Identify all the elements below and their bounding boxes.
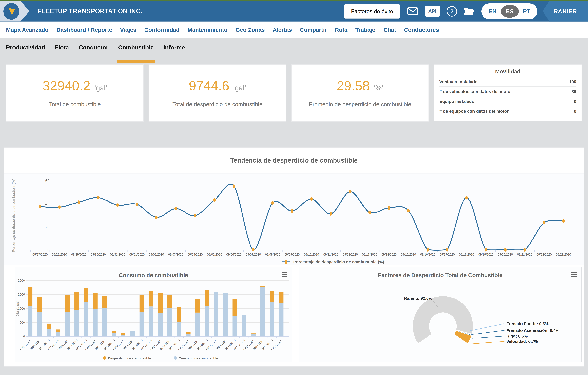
kpi-value: 32940.2 <box>42 78 90 93</box>
svg-text:40: 40 <box>45 202 50 206</box>
app-header: FLEETUP TRANSPORTATION INC. Factores de … <box>0 1 588 21</box>
svg-text:09/01/2020: 09/01/2020 <box>129 253 145 256</box>
kpi-unit: ‘%’ <box>374 84 383 92</box>
kpi-total-fuel: 32940.2 ‘gal’ Total de combustible <box>6 64 144 122</box>
svg-text:09/18/2020: 09/18/2020 <box>459 253 474 256</box>
svg-text:20: 20 <box>45 225 50 229</box>
svg-text:RPM: 0.6%: RPM: 0.6% <box>506 334 528 338</box>
nav-item-compartir[interactable]: Compartir <box>300 26 327 33</box>
report-tabs: ProductividadFlotaConductorCombustibleIn… <box>0 38 588 64</box>
nav-item-conductores[interactable]: Conductores <box>404 26 439 33</box>
movilidad-row-label: # de vehículos con datos del motor <box>439 89 512 94</box>
nav-item-chat[interactable]: Chat <box>383 26 396 33</box>
nav-item-trabajo[interactable]: Trabajo <box>355 26 376 33</box>
svg-text:Galones: Galones <box>15 301 20 316</box>
lang-es-button[interactable]: ES <box>501 5 519 18</box>
svg-text:Desperdicio de combustible: Desperdicio de combustible <box>108 356 151 360</box>
kpi-label: Total de combustible <box>6 101 143 107</box>
line-chart-title: Tendencia de desperdicio de combustible <box>4 157 584 164</box>
nav-item-geo-zonas[interactable]: Geo Zonas <box>235 26 265 33</box>
movilidad-row: Equipo instalado0 <box>439 96 576 106</box>
fuel-waste-trend-chart: 020406008/27/202008/28/202008/29/202008/… <box>4 174 584 265</box>
svg-text:09/15/2020: 09/15/2020 <box>401 253 416 256</box>
mail-icon[interactable] <box>408 7 418 15</box>
svg-text:08/28/2020: 08/28/2020 <box>52 253 67 256</box>
user-menu[interactable]: RANIER <box>543 1 588 21</box>
app-root: FLEETUP TRANSPORTATION INC. Factores de … <box>0 0 588 375</box>
main-nav: Mapa AvanzadoDashboard / ReporteViajesCo… <box>0 21 588 38</box>
kpi-unit: ‘gal’ <box>233 84 246 92</box>
nav-item-alertas[interactable]: Alertas <box>273 26 292 33</box>
api-button[interactable]: API <box>425 6 440 17</box>
movilidad-row-value: 89 <box>571 89 576 94</box>
tab-conductor[interactable]: Conductor <box>79 38 108 64</box>
tab-productividad[interactable]: Productividad <box>6 38 45 64</box>
nav-item-dashboard-reporte[interactable]: Dashboard / Reporte <box>56 26 112 33</box>
movilidad-row-label: Equipo instalado <box>439 99 474 103</box>
movilidad-row: Vehículo instalado100 <box>439 77 576 86</box>
svg-text:Frenado Fuerte: 0.3%: Frenado Fuerte: 0.3% <box>506 321 549 326</box>
movilidad-row-value: 100 <box>569 79 576 84</box>
pie-chart-title: Factores de Desperdicio Total de Combust… <box>299 272 581 278</box>
svg-text:Consumo de combustible: Consumo de combustible <box>179 356 218 360</box>
svg-text:0: 0 <box>23 335 25 338</box>
nav-item-conformidad[interactable]: Conformidad <box>144 26 179 33</box>
nav-item-mapa-avanzado[interactable]: Mapa Avanzado <box>6 26 49 33</box>
svg-text:09/07/2020: 09/07/2020 <box>246 253 261 256</box>
svg-text:09/11/2020: 09/11/2020 <box>323 253 338 256</box>
svg-text:Frenado Aceleración: 0.4%: Frenado Aceleración: 0.4% <box>506 328 559 333</box>
help-icon[interactable]: ? <box>447 6 457 16</box>
svg-text:09/06/2020: 09/06/2020 <box>226 253 242 256</box>
svg-text:08/31/2020: 08/31/2020 <box>110 253 125 256</box>
company-name: FLEETUP TRANSPORTATION INC. <box>38 7 142 15</box>
tab-flota[interactable]: Flota <box>55 38 69 64</box>
svg-text:60: 60 <box>45 179 50 183</box>
dashboard-section: ProductividadFlotaConductorCombustibleIn… <box>0 38 588 130</box>
svg-text:09/16/2020: 09/16/2020 <box>420 253 435 256</box>
svg-text:0: 0 <box>47 248 50 252</box>
user-name: RANIER <box>554 8 577 15</box>
charts-card: Tendencia de desperdicio de combustible … <box>4 148 584 367</box>
kpi-avg-waste: 29.58 ‘%’ Promedio de desperdicio de com… <box>291 64 429 122</box>
svg-text:09/20/2020: 09/20/2020 <box>498 253 513 256</box>
svg-text:1500: 1500 <box>18 293 25 296</box>
movilidad-panel: Movilidad Vehículo instalado100# de vehí… <box>434 64 582 121</box>
svg-text:09/03/2020: 09/03/2020 <box>168 253 183 256</box>
svg-text:Porcentaje de desperdicio de c: Porcentaje de desperdicio de combustible… <box>11 179 16 252</box>
svg-text:08/29/2020: 08/29/2020 <box>71 253 86 256</box>
svg-text:09/19/2020: 09/19/2020 <box>478 253 494 256</box>
nav-item-mantenimiento[interactable]: Mantenimiento <box>188 26 228 33</box>
kpi-total-waste: 9744.6 ‘gal’ Total de desperdicio de com… <box>149 64 286 122</box>
svg-text:09/14/2020: 09/14/2020 <box>381 253 397 256</box>
svg-text:09/05/2020: 09/05/2020 <box>207 253 222 256</box>
svg-text:09/21/2020: 09/21/2020 <box>517 253 532 256</box>
success-factors-button[interactable]: Factores de éxito <box>344 4 400 18</box>
svg-text:09/17/2020: 09/17/2020 <box>440 253 455 256</box>
svg-text:09/09/2020: 09/09/2020 <box>284 253 300 256</box>
svg-text:Porcentaje de desperdicio de c: Porcentaje de desperdicio de combustible… <box>293 260 384 264</box>
nav-item-ruta[interactable]: Ruta <box>335 26 347 33</box>
fleetup-logo-icon[interactable] <box>3 3 19 20</box>
svg-text:08/27/2020: 08/27/2020 <box>32 253 48 256</box>
fuel-consumption-card: Consumo de combustible 05001000150020000… <box>15 267 292 362</box>
svg-text:2000: 2000 <box>18 279 25 282</box>
movilidad-row-label: # de equipos con datos del motor <box>439 109 509 113</box>
folder-icon[interactable] <box>463 7 475 16</box>
svg-text:09/10/2020: 09/10/2020 <box>304 253 319 256</box>
lang-pt-button[interactable]: PT <box>520 8 533 14</box>
svg-text:Velocidad: 6.7%: Velocidad: 6.7% <box>506 339 538 344</box>
svg-text:09/08/2020: 09/08/2020 <box>265 253 280 256</box>
waste-factors-card: Factores de Desperdicio Total de Combust… <box>299 267 581 362</box>
tab-informe[interactable]: Informe <box>163 38 185 64</box>
lang-en-button[interactable]: EN <box>486 8 499 14</box>
pie-chart-menu-icon[interactable] <box>571 272 577 278</box>
movilidad-row-value: 0 <box>574 99 576 103</box>
kpi-label: Promedio de desperdicio de combustible <box>292 101 429 107</box>
tab-combustible[interactable]: Combustible <box>118 38 154 64</box>
movilidad-row: # de vehículos con datos del motor89 <box>439 86 576 96</box>
nav-item-viajes[interactable]: Viajes <box>120 26 136 33</box>
svg-text:09/12/2020: 09/12/2020 <box>343 253 358 256</box>
waste-factors-chart: Ralentí: 92.0%Frenado Fuerte: 0.3%Frenad… <box>299 278 581 362</box>
svg-text:500: 500 <box>20 321 25 324</box>
line-chart-zone: 020406008/27/202008/28/202008/29/202008/… <box>4 173 584 265</box>
